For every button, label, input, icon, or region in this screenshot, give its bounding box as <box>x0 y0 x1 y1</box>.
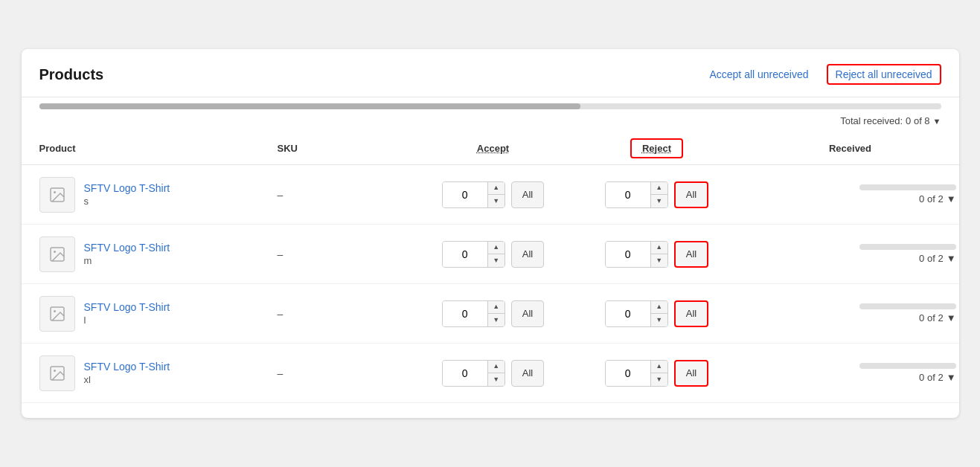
product-variant-0: s <box>84 196 170 207</box>
image-icon <box>48 245 66 263</box>
reject-all-link[interactable]: Reject all unreceived <box>827 64 941 85</box>
received-chevron-2[interactable]: ▼ <box>947 312 956 323</box>
th-sku: SKU <box>278 143 411 154</box>
product-image-0 <box>39 177 75 213</box>
reject-cell-0: ▲ ▼ All <box>575 181 739 208</box>
accept-spinners-0: ▲ ▼ <box>487 181 505 208</box>
received-bar-0 <box>859 184 956 190</box>
received-bar-1 <box>859 244 956 250</box>
reject-qty-group-3: ▲ ▼ <box>605 360 668 387</box>
reject-qty-input-3[interactable] <box>606 361 650 386</box>
accept-qty-group-2: ▲ ▼ <box>442 300 505 327</box>
received-value-1: 0 of 2 <box>919 253 944 264</box>
reject-all-btn-0[interactable]: All <box>674 181 708 208</box>
sku-cell-3: – <box>278 367 411 379</box>
svg-point-7 <box>54 370 56 372</box>
product-cell-3: SFTV Logo T-Shirt xl <box>39 355 278 391</box>
reject-all-btn-3[interactable]: All <box>674 360 708 387</box>
accept-spin-up-3[interactable]: ▲ <box>488 360 505 373</box>
accept-cell-3: ▲ ▼ All <box>411 360 575 387</box>
accept-cell-2: ▲ ▼ All <box>411 300 575 327</box>
reject-spin-down-0[interactable]: ▼ <box>651 195 667 208</box>
accept-all-btn-2[interactable]: All <box>511 300 544 327</box>
accept-spin-down-2[interactable]: ▼ <box>488 314 505 327</box>
reject-spin-down-3[interactable]: ▼ <box>651 373 667 387</box>
svg-point-5 <box>54 310 56 312</box>
accept-spinners-2: ▲ ▼ <box>487 300 505 327</box>
reject-all-btn-2[interactable]: All <box>674 300 708 327</box>
accept-spin-up-1[interactable]: ▲ <box>488 241 505 254</box>
reject-cell-2: ▲ ▼ All <box>575 300 739 327</box>
reject-all-btn-1[interactable]: All <box>674 241 708 268</box>
product-info-0: SFTV Logo T-Shirt s <box>84 182 170 207</box>
th-accept: Accept <box>411 143 575 154</box>
product-variant-2: l <box>84 315 170 326</box>
table-row: SFTV Logo T-Shirt xl – ▲ ▼ All ▲ ▼ <box>22 344 959 403</box>
product-image-2 <box>39 296 75 332</box>
accept-qty-input-2[interactable] <box>443 301 487 326</box>
received-cell-1: 0 of 2 ▼ <box>739 244 959 264</box>
accept-qty-input-3[interactable] <box>443 361 487 386</box>
accept-all-btn-0[interactable]: All <box>511 181 544 208</box>
table-body: SFTV Logo T-Shirt s – ▲ ▼ All ▲ ▼ <box>22 165 959 403</box>
th-reject: Reject <box>630 138 683 158</box>
received-value-3: 0 of 2 <box>919 372 944 383</box>
received-text-0: 0 of 2 ▼ <box>919 193 955 204</box>
received-value-0: 0 of 2 <box>919 193 944 204</box>
reject-cell-1: ▲ ▼ All <box>575 241 739 268</box>
accept-all-btn-1[interactable]: All <box>511 241 544 268</box>
scrollbar-thumb <box>39 103 580 109</box>
reject-spin-up-3[interactable]: ▲ <box>651 360 667 373</box>
accept-qty-input-0[interactable] <box>443 182 487 207</box>
product-variant-1: m <box>84 255 170 266</box>
reject-spin-down-2[interactable]: ▼ <box>651 314 667 327</box>
reject-spin-up-1[interactable]: ▲ <box>651 241 667 254</box>
accept-spin-down-1[interactable]: ▼ <box>488 254 505 268</box>
received-chevron-3[interactable]: ▼ <box>947 372 956 383</box>
reject-qty-input-0[interactable] <box>606 182 650 207</box>
received-cell-0: 0 of 2 ▼ <box>739 184 959 204</box>
accept-spin-up-2[interactable]: ▲ <box>488 300 505 314</box>
accept-spin-down-3[interactable]: ▼ <box>488 373 505 387</box>
accept-all-btn-3[interactable]: All <box>511 360 544 387</box>
product-info-2: SFTV Logo T-Shirt l <box>84 301 170 326</box>
horizontal-scrollbar[interactable] <box>22 97 959 109</box>
reject-qty-input-2[interactable] <box>606 301 650 326</box>
panel-title: Products <box>39 66 104 83</box>
accept-qty-input-1[interactable] <box>443 242 487 267</box>
reject-cell-3: ▲ ▼ All <box>575 360 739 387</box>
table-header: Product SKU Accept Reject Received <box>22 132 959 165</box>
reject-spin-up-2[interactable]: ▲ <box>651 300 667 314</box>
product-image-3 <box>39 355 75 391</box>
received-text-3: 0 of 2 ▼ <box>919 372 955 383</box>
accept-qty-group-0: ▲ ▼ <box>442 181 505 208</box>
received-chevron-1[interactable]: ▼ <box>947 253 956 264</box>
accept-all-link[interactable]: Accept all unreceived <box>709 68 808 80</box>
accept-spinners-1: ▲ ▼ <box>487 241 505 268</box>
received-chevron-0[interactable]: ▼ <box>947 193 956 204</box>
reject-qty-group-0: ▲ ▼ <box>605 181 668 208</box>
sku-cell-0: – <box>278 189 411 201</box>
reject-qty-input-1[interactable] <box>606 242 650 267</box>
received-value-2: 0 of 2 <box>919 312 944 323</box>
product-variant-3: xl <box>84 374 170 385</box>
sku-cell-1: – <box>278 248 411 260</box>
product-cell-0: SFTV Logo T-Shirt s <box>39 177 278 213</box>
product-name-3[interactable]: SFTV Logo T-Shirt <box>84 361 170 373</box>
reject-spin-up-0[interactable]: ▲ <box>651 181 667 195</box>
image-icon <box>48 186 66 204</box>
product-name-2[interactable]: SFTV Logo T-Shirt <box>84 301 170 313</box>
received-text-2: 0 of 2 ▼ <box>919 312 955 323</box>
accept-spin-up-0[interactable]: ▲ <box>488 181 505 195</box>
product-name-0[interactable]: SFTV Logo T-Shirt <box>84 182 170 194</box>
reject-spinners-3: ▲ ▼ <box>650 360 667 387</box>
total-received-label: Total received: <box>840 115 903 126</box>
total-received-chevron[interactable]: ▼ <box>933 117 941 126</box>
accept-spin-down-0[interactable]: ▼ <box>488 195 505 208</box>
received-text-1: 0 of 2 ▼ <box>919 253 955 264</box>
th-received: Received <box>739 143 959 154</box>
product-name-1[interactable]: SFTV Logo T-Shirt <box>84 242 170 254</box>
product-cell-1: SFTV Logo T-Shirt m <box>39 236 278 272</box>
received-cell-3: 0 of 2 ▼ <box>739 363 959 383</box>
reject-spin-down-1[interactable]: ▼ <box>651 254 667 268</box>
